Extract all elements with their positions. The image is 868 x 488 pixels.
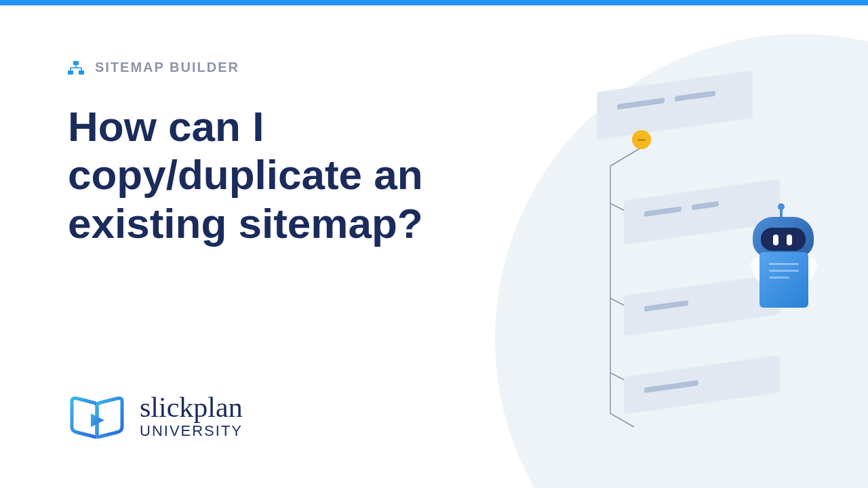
sitemap-icon xyxy=(68,61,84,75)
sitemap-illustration xyxy=(542,68,827,447)
brand-logo: slickplan UNIVERSITY xyxy=(68,394,243,441)
page-title: How can I copy/duplicate an existing sit… xyxy=(68,102,542,247)
robot-mascot-icon xyxy=(739,217,827,319)
brand-subtitle: UNIVERSITY xyxy=(140,422,243,440)
svg-rect-0 xyxy=(73,61,79,65)
category-label: SITEMAP BUILDER xyxy=(95,60,239,75)
svg-rect-1 xyxy=(68,70,73,75)
connector-node-icon xyxy=(632,130,651,149)
svg-rect-2 xyxy=(79,70,84,75)
brand-name: slickplan xyxy=(140,395,243,421)
book-play-icon xyxy=(68,394,126,441)
top-accent-bar xyxy=(0,0,868,5)
